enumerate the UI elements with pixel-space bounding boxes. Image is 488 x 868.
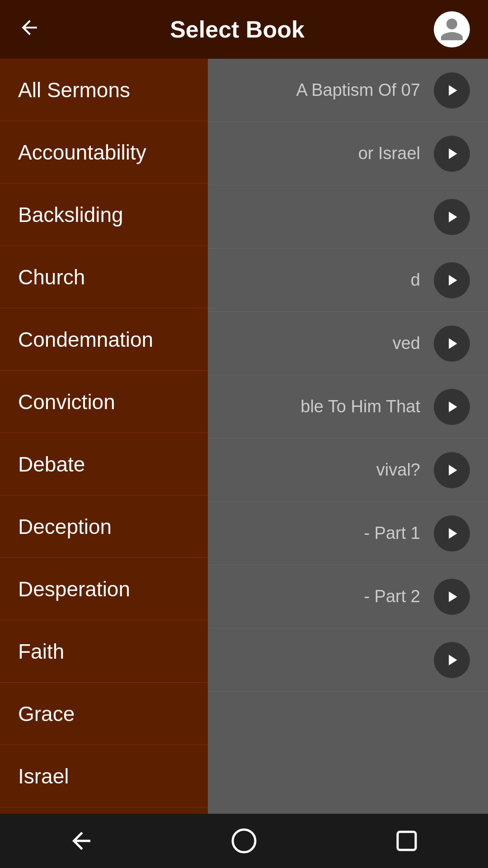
- drawer-item-church[interactable]: Church: [0, 246, 208, 308]
- drawer-item-label: Church: [18, 265, 85, 289]
- drawer-item-label: Grace: [18, 702, 75, 726]
- play-button[interactable]: [434, 136, 470, 172]
- drawer-item-label: Deception: [18, 514, 112, 539]
- drawer-item-deception[interactable]: Deception: [0, 495, 208, 558]
- drawer-item-label: Israel: [18, 764, 69, 788]
- drawer-item-label: Desperation: [18, 577, 130, 601]
- nav-home-button[interactable]: [217, 823, 271, 859]
- drawer-item-label: Backsliding: [18, 203, 123, 227]
- user-avatar[interactable]: [434, 11, 470, 47]
- play-button[interactable]: [434, 72, 470, 108]
- drawer-item-debate[interactable]: Debate: [0, 433, 208, 495]
- bottom-nav: [0, 814, 488, 868]
- svg-rect-1: [398, 832, 416, 850]
- drawer-item-label: All Sermons: [18, 78, 130, 102]
- drawer-item-condemnation[interactable]: Condemnation: [0, 308, 208, 371]
- drawer-item-israel[interactable]: Israel: [0, 745, 208, 807]
- play-button[interactable]: [434, 389, 470, 425]
- drawer-item-label: Conviction: [18, 390, 115, 414]
- play-button[interactable]: [434, 326, 470, 362]
- drawer-item-desperation[interactable]: Desperation: [0, 558, 208, 620]
- page-title: Select Book: [41, 16, 434, 43]
- play-button[interactable]: [434, 515, 470, 552]
- back-button[interactable]: [18, 16, 41, 42]
- nav-back-button[interactable]: [54, 823, 108, 859]
- play-button[interactable]: [434, 262, 470, 298]
- play-button[interactable]: [434, 579, 470, 615]
- svg-point-0: [233, 830, 255, 852]
- drawer-item-label: Faith: [18, 639, 64, 664]
- play-button[interactable]: [434, 199, 470, 235]
- drawer-item-accountability[interactable]: Accountability: [0, 121, 208, 184]
- app-header: Select Book: [0, 0, 488, 59]
- drawer-item-conviction[interactable]: Conviction: [0, 371, 208, 433]
- drawer-item-label: Accountability: [18, 140, 146, 165]
- drawer-item-backsliding[interactable]: Backsliding: [0, 184, 208, 246]
- drawer-item-label: Condemnation: [18, 327, 153, 352]
- play-button[interactable]: [434, 642, 470, 678]
- nav-recents-button[interactable]: [380, 823, 434, 859]
- category-drawer: All Sermons Accountability Backsliding C…: [0, 59, 208, 814]
- play-button[interactable]: [434, 452, 470, 488]
- drawer-item-all-sermons[interactable]: All Sermons: [0, 59, 208, 121]
- drawer-item-grace[interactable]: Grace: [0, 683, 208, 745]
- drawer-item-label: Debate: [18, 452, 85, 476]
- drawer-item-faith[interactable]: Faith: [0, 620, 208, 683]
